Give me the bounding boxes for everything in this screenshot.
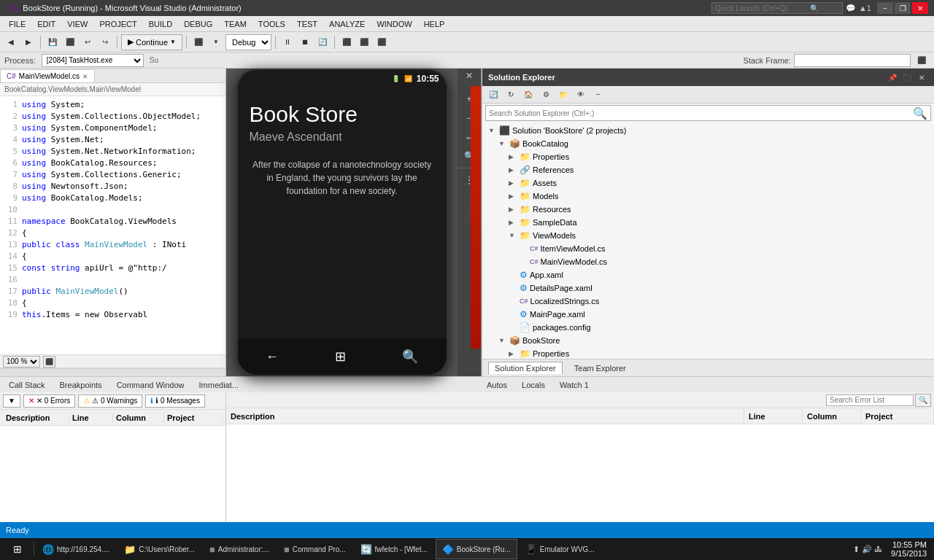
tree-item[interactable]: ⬛Solution 'BookStore' (2 projects) — [482, 124, 934, 137]
quick-launch-box[interactable]: 🔍 — [711, 2, 843, 14]
tree-item[interactable]: 📦BookCatalog — [482, 137, 934, 150]
tree-item[interactable]: 📁Assets — [482, 176, 934, 190]
se-float-btn[interactable]: ⬛ — [900, 71, 914, 84]
call-stack-tab[interactable]: Call Stack — [3, 379, 51, 391]
tree-item[interactable]: 📁Resources — [482, 203, 934, 216]
menu-item-team[interactable]: TEAM — [218, 18, 252, 30]
tree-item[interactable]: 🔗References — [482, 163, 934, 176]
code-content[interactable]: 1 using System; 2 using System.Collectio… — [0, 96, 225, 354]
menu-item-test[interactable]: TEST — [291, 18, 323, 30]
el-errors-btn[interactable]: ✕ ✕ 0 Errors — [23, 394, 75, 408]
se-home-btn[interactable]: 🏠 — [520, 87, 536, 103]
se-new-folder-btn[interactable]: 📁 — [555, 87, 571, 103]
zoom-select[interactable]: 100 % — [3, 356, 40, 368]
se-pin-btn[interactable]: 📌 — [886, 71, 899, 84]
se-search-input[interactable] — [489, 109, 910, 117]
rb-search-btn[interactable]: 🔍 — [915, 394, 931, 407]
se-settings-btn[interactable]: ⚙ — [538, 87, 554, 103]
save-all-btn[interactable]: ⬛ — [62, 34, 78, 50]
back-btn[interactable]: ◀ — [3, 34, 19, 50]
phone-home-button[interactable]: ⊞ — [335, 349, 346, 365]
tree-item[interactable]: ⚙DetailsPage.xaml — [482, 281, 934, 295]
maximize-button[interactable]: ❐ — [895, 2, 911, 14]
menu-item-edit[interactable]: EDIT — [31, 18, 61, 30]
se-close-btn[interactable]: ✕ — [915, 71, 928, 84]
phone-back-button[interactable]: ← — [266, 349, 279, 365]
continue-button[interactable]: ▶ Continue ▼ — [121, 34, 182, 50]
menu-item-analyze[interactable]: ANALYZE — [323, 18, 371, 30]
start-button[interactable]: ⊞ — [3, 539, 32, 559]
tree-item[interactable]: 📦BookStore — [482, 334, 934, 347]
quick-launch-input[interactable] — [715, 4, 810, 12]
debug-dropdown-btn[interactable]: ▼ — [208, 34, 224, 50]
undo-btn[interactable]: ↩ — [80, 34, 96, 50]
el-messages-btn[interactable]: ℹ ℹ 0 Messages — [145, 394, 205, 408]
locals-tab[interactable]: Locals — [516, 379, 551, 391]
tree-item[interactable]: 📁Properties — [482, 150, 934, 163]
editor-tab-main[interactable]: C# MainViewModel.cs ✕ — [0, 69, 95, 82]
taskbar-admin-cmd[interactable]: ■ Administrator:... — [203, 539, 276, 559]
taskbar-vs[interactable]: 🔷 BookStore (Ru... — [436, 539, 517, 559]
tree-item[interactable]: 📁Models — [482, 190, 934, 203]
horizontal-scrollbar[interactable] — [0, 368, 225, 376]
watch1-tab[interactable]: Watch 1 — [554, 379, 595, 391]
breakpoints-tab[interactable]: Breakpoints — [54, 379, 108, 391]
autos-tab[interactable]: Autos — [481, 379, 513, 391]
tree-item[interactable]: C#LocalizedStrings.cs — [482, 295, 934, 308]
stack-expand-btn[interactable]: ⬛ — [914, 52, 930, 69]
pause-btn[interactable]: ⏸ — [279, 34, 296, 50]
close-button[interactable]: ✕ — [912, 2, 928, 14]
el-warnings-btn[interactable]: ⚠ ⚠ 0 Warnings — [78, 394, 142, 408]
debug-select[interactable]: Debug — [225, 34, 271, 50]
immediate-tab[interactable]: Immediat... — [193, 379, 244, 391]
save-btn[interactable]: 💾 — [45, 34, 61, 50]
notification-icon[interactable]: 💬 — [846, 4, 856, 13]
se-search[interactable]: 🔍 — [485, 105, 931, 121]
taskbar-fwfetch[interactable]: 🔄 fwfetch - [Wfet... — [354, 539, 434, 559]
minimize-button[interactable]: − — [877, 2, 893, 14]
menu-item-window[interactable]: WINDOW — [371, 18, 417, 30]
se-refresh-btn[interactable]: ↻ — [503, 87, 519, 103]
signal-icon[interactable]: ▲1 — [859, 4, 871, 12]
se-show-all-btn[interactable]: 👁 — [573, 87, 589, 103]
menu-item-file[interactable]: FILE — [3, 18, 31, 30]
phone-search-button[interactable]: 🔍 — [402, 349, 418, 365]
se-collapse-btn[interactable]: − — [590, 87, 606, 103]
emulator-close-button[interactable]: ✕ — [458, 69, 481, 83]
forward-btn[interactable]: ▶ — [20, 34, 36, 50]
menu-item-view[interactable]: VIEW — [61, 18, 93, 30]
se-solution-explorer-tab[interactable]: Solution Explorer — [488, 362, 563, 374]
tree-item[interactable]: ⚙MainPage.xaml — [482, 308, 934, 321]
step-out-btn[interactable]: ⬛ — [374, 34, 390, 50]
tree-item[interactable]: 📁ViewModels — [482, 229, 934, 242]
debug-toolbar-btn[interactable]: ⬛ — [190, 34, 207, 50]
step-over-btn[interactable]: ⬛ — [339, 34, 355, 50]
el-filter-btn[interactable]: ▼ — [3, 394, 20, 408]
tree-item[interactable]: 📁SampleData — [482, 216, 934, 229]
command-window-tab[interactable]: Command Window — [111, 379, 190, 391]
tree-item[interactable]: 📄packages.config — [482, 321, 934, 334]
zoom-expand[interactable]: ⬛ — [43, 356, 55, 368]
menu-item-tools[interactable]: TOOLS — [252, 18, 291, 30]
se-sync-btn[interactable]: 🔄 — [485, 87, 501, 103]
menu-item-debug[interactable]: DEBUG — [178, 18, 218, 30]
restart-btn[interactable]: 🔄 — [314, 34, 331, 50]
stop-btn[interactable]: ⏹ — [297, 34, 313, 50]
tree-item[interactable]: ⚙App.xaml — [482, 268, 934, 281]
tree-item[interactable]: C#MainViewModel.cs — [482, 255, 934, 268]
tree-item[interactable]: 📁Properties — [482, 347, 934, 359]
menu-item-help[interactable]: HELP — [418, 18, 451, 30]
step-into-btn[interactable]: ⬛ — [356, 34, 372, 50]
menu-item-project[interactable]: PROJECT — [93, 18, 142, 30]
menu-item-build[interactable]: BUILD — [143, 18, 178, 30]
tree-item[interactable]: C#ItemViewModel.cs — [482, 242, 934, 255]
process-select[interactable]: [2084] TaskHost.exe — [42, 54, 144, 67]
redo-btn[interactable]: ↪ — [97, 34, 113, 50]
taskbar-ie[interactable]: 🌐 http://169.254.... — [36, 539, 116, 559]
tab-close-btn[interactable]: ✕ — [82, 73, 88, 80]
rb-search-input[interactable] — [826, 394, 914, 406]
taskbar-explorer[interactable]: 📁 C:\Users\Rober... — [117, 539, 201, 559]
taskbar-cmd[interactable]: ■ Command Pro... — [277, 539, 352, 559]
stack-frame-input[interactable] — [794, 54, 911, 67]
se-team-explorer-tab[interactable]: Team Explorer — [568, 362, 632, 374]
